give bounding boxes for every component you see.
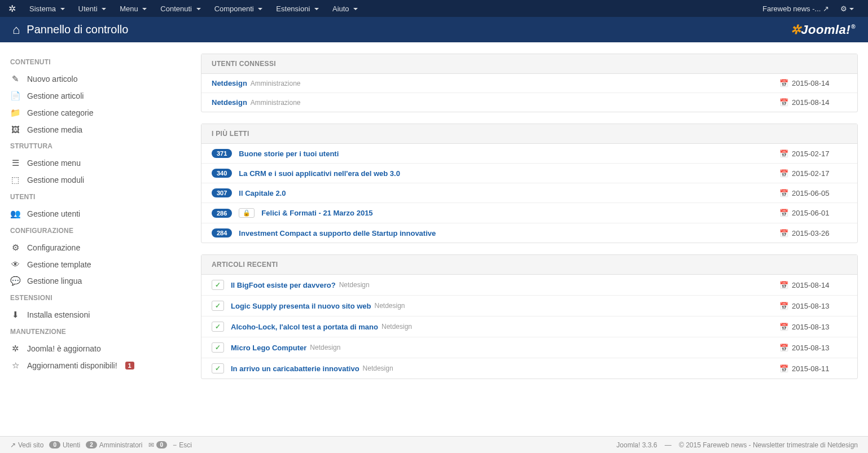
published-icon[interactable]: ✓ [212,301,224,311]
download-icon: ⬇ [10,310,20,320]
article-link[interactable]: In arrivo un caricabatterie innovativo [231,364,360,373]
hit-count: 340 [212,169,232,178]
lock-icon[interactable]: 🔒 [239,208,255,218]
calendar-icon: 📅 [779,229,788,238]
date-value: 2015-06-05 [792,189,830,197]
nav-item-estensioni[interactable]: Estensioni [269,1,326,16]
gear-icon: ⚙ [10,243,20,253]
sidebar-item-configurazione[interactable]: ⚙Configurazione [10,239,191,256]
sidebar-section-title: ESTENSIONI [10,289,191,306]
logged-in-row: Netdesign Amministrazione📅2015-08-14 [201,74,857,93]
article-link[interactable]: Felici & Formati - 21 Marzo 2015 [261,209,372,217]
joomla-icon: ✲ [8,3,16,14]
sidebar-item-gestione-categorie[interactable]: 📁Gestione categorie [10,104,191,121]
popular-row: 371Buone storie per i tuoi utenti📅2015-0… [201,144,857,164]
recent-row: ✓Micro Lego Computer Netdesign📅2015-08-1… [201,337,857,358]
nav-item-componenti[interactable]: Componenti [208,1,270,16]
sidebar-item-joomla-aggiornato[interactable]: ✲Joomla! è aggiornato [10,340,191,357]
recent-row: ✓Logic Supply presenta il nuovo sito web… [201,296,857,316]
gear-icon: ⚙ [840,5,847,13]
chat-icon: 💬 [10,276,20,286]
sidebar: CONTENUTI✎Nuovo articolo📄Gestione artico… [10,54,191,390]
recent-row: ✓Il BigFoot esiste per davvero? Netdesig… [201,275,857,296]
image-icon: 🖼 [10,125,20,134]
article-author: Netdesign [382,323,412,331]
article-author: Netdesign [339,281,370,289]
sidebar-item-gestione-articoli[interactable]: 📄Gestione articoli [10,87,191,104]
article-link[interactable]: Micro Lego Computer [231,344,306,352]
panel-popular-title: I PIÙ LETTI [201,124,857,144]
chevron-down-icon [196,8,201,10]
sidebar-item-installa-estensioni[interactable]: ⬇Installa estensioni [10,306,191,323]
sidebar-item-label: Gestione articoli [27,91,84,100]
recent-row: ✓In arrivo un caricabatterie innovativo … [201,358,857,379]
sidebar-section-title: STRUTTURA [10,138,191,155]
sidebar-item-label: Nuovo articolo [27,74,78,83]
update-badge: 1 [125,362,134,370]
sidebar-item-label: Installa estensioni [27,310,90,319]
published-icon[interactable]: ✓ [212,280,224,290]
nav-item-utenti[interactable]: Utenti [72,1,113,16]
published-icon[interactable]: ✓ [212,363,224,373]
panel-recent-title: ARTICOLI RECENTI [201,255,857,275]
sidebar-item-aggiornamenti-disponibili-[interactable]: ☆Aggiornamenti disponibili! 1 [10,357,191,374]
sidebar-item-gestione-menu[interactable]: ☰Gestione menu [10,155,191,171]
article-link[interactable]: Logic Supply presenta il nuovo sito web [231,302,371,310]
date-value: 2015-08-14 [792,79,830,87]
published-icon[interactable]: ✓ [212,342,224,353]
nav-item-sistema[interactable]: Sistema [23,1,72,16]
nav-item-aiuto[interactable]: Aiuto [326,1,365,16]
date-value: 2015-08-14 [792,98,830,107]
nav-item-label: Estensioni [276,5,310,13]
sidebar-item-label: Aggiornamenti disponibili! [27,361,117,370]
site-name-link[interactable]: Fareweb news -... ↗ [757,1,835,16]
calendar-icon: 📅 [779,302,788,310]
top-navbar: ✲ Sistema Utenti Menu Contenuti Componen… [0,0,868,17]
calendar-icon: 📅 [779,149,788,158]
settings-menu[interactable]: ⚙ [835,1,860,16]
sidebar-item-gestione-utenti[interactable]: 👥Gestione utenti [10,205,191,222]
panel-logged-in-title: UTENTI CONNESSI [201,54,857,74]
article-link[interactable]: Il Capitale 2.0 [239,189,286,197]
nav-item-contenuti[interactable]: Contenuti [154,1,207,16]
chevron-down-icon [60,8,65,10]
cube-icon: ⬚ [10,175,20,185]
sidebar-item-label: Gestione media [27,125,82,134]
user-link[interactable]: Netdesign [212,79,247,87]
article-link[interactable]: Investment Compact a supporto delle Star… [239,229,436,238]
sidebar-item-gestione-template[interactable]: 👁Gestione template [10,256,191,272]
article-author: Netdesign [374,302,405,310]
user-role: Amministrazione [251,80,301,87]
calendar-icon: 📅 [779,364,788,373]
hit-count: 284 [212,228,232,238]
sidebar-section-title: MANUTENZIONE [10,323,191,340]
calendar-icon: 📅 [779,323,788,331]
article-link[interactable]: Buone storie per i tuoi utenti [239,149,339,158]
external-icon: ↗ [823,5,829,13]
hit-count: 307 [212,188,232,197]
nav-item-menu[interactable]: Menu [113,1,154,16]
page-title: Pannello di controllo [27,23,128,36]
sidebar-section-title: UTENTI [10,188,191,205]
sidebar-item-gestione-media[interactable]: 🖼Gestione media [10,121,191,138]
sidebar-item-label: Configurazione [27,243,80,252]
chevron-down-icon [102,8,106,10]
user-link[interactable]: Netdesign [212,98,247,107]
article-link[interactable]: La CRM e i suoi applicativi nell'era del… [239,169,400,178]
date-value: 2015-02-17 [792,149,830,158]
nav-item-label: Componenti [214,5,254,13]
popular-row: 284Investment Compact a supporto delle S… [201,223,857,243]
calendar-icon: 📅 [779,209,788,217]
sidebar-item-nuovo-articolo[interactable]: ✎Nuovo articolo [10,71,191,87]
joomla-logo: ✲Joomla!® [791,23,856,37]
eye-icon: 👁 [10,260,20,269]
nav-item-label: Utenti [78,5,98,13]
date-value: 2015-08-11 [792,364,830,373]
sidebar-item-gestione-lingua[interactable]: 💬Gestione lingua [10,272,191,289]
sidebar-item-gestione-moduli[interactable]: ⬚Gestione moduli [10,171,191,188]
article-link[interactable]: Alcoho-Lock, l'alcol test a portata di m… [231,323,378,331]
hit-count: 371 [212,149,232,158]
article-link[interactable]: Il BigFoot esiste per davvero? [231,281,336,289]
logged-in-row: Netdesign Amministrazione📅2015-08-14 [201,93,857,112]
published-icon[interactable]: ✓ [212,322,224,332]
